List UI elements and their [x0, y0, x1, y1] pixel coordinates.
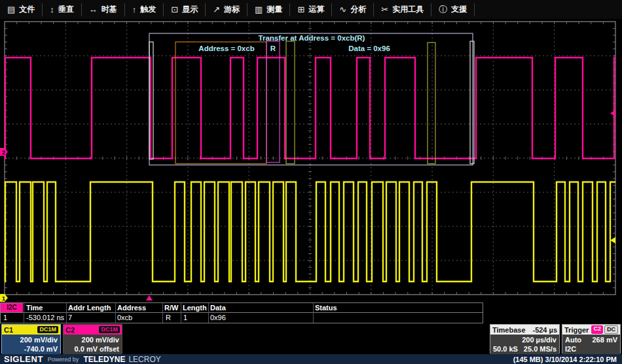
decode-table-row[interactable]: 1 -530.012 ns 7 0xcb R 1 0x96 [1, 313, 483, 323]
decode-rw-box [266, 41, 280, 162]
trigger-mode: Auto [565, 335, 581, 344]
row-time: -530.012 ns [26, 314, 64, 321]
menu-item-label: 实用工具 [392, 4, 424, 15]
c2-zero-marker-label: 2 [2, 149, 5, 156]
c1-zero-marker-label: 1 [2, 295, 5, 302]
decode-table: I2C Time Addr Length Address R/W Length … [0, 302, 483, 323]
brand-logo: SIGLENT [4, 354, 43, 364]
trigger-type: I2C [565, 344, 617, 354]
c1-coupling-badge: DC1M [37, 326, 58, 333]
row-rw: R [166, 314, 171, 321]
memory-datetime: (145 MB) 3/10/2014 2:22:10 PM [513, 355, 617, 363]
decode-ack-box [286, 41, 295, 164]
measure-icon: ▥ [255, 5, 263, 14]
decode-address-box [175, 42, 266, 164]
protocol-badge[interactable]: I2C [1, 303, 23, 312]
file-icon: ▤ [7, 5, 15, 14]
menu-item-label: 测量 [266, 4, 282, 15]
col-address: Address [117, 304, 146, 312]
c2-scale: 200 mV/div [66, 335, 119, 344]
menu-item-file[interactable]: ▤ 文件 [0, 1, 42, 19]
c2-coupling-badge: DC1M [99, 326, 120, 333]
info-icon: ⓘ [439, 4, 447, 16]
column-separator [115, 303, 116, 323]
data-label: Data = 0x96 [348, 45, 390, 52]
rw-label: R [270, 45, 276, 52]
row-addr-length: 7 [68, 314, 72, 321]
menu-item-display[interactable]: ⊡ 显示 [164, 1, 205, 19]
math-icon: ⊞ [297, 5, 304, 14]
waveform-svg: Transfer at Address = 0xcb(R)Address = 0… [0, 19, 622, 302]
powered-by-text: Powered by [48, 356, 79, 363]
trigger-source-badge: C2 [591, 325, 603, 334]
decode-transfer-box [149, 33, 473, 165]
transfer-label: Transfer at Address = 0xcb(R) [259, 34, 365, 42]
trigger-descriptor[interactable]: Trigger C2 DC Auto 268 mV I2C [562, 324, 621, 354]
horizontal-arrows-icon: ↔ [89, 5, 98, 14]
row-data: 0x96 [210, 314, 226, 321]
timebase-samples: 50.0 kS [493, 344, 518, 354]
vendor-logo: TELEDYNE [83, 355, 125, 364]
column-separator [24, 303, 24, 323]
column-separator [162, 303, 163, 323]
menu-item-math[interactable]: ⊞ 运算 [290, 1, 331, 19]
menu-item-timebase[interactable]: ↔ 时基 [82, 1, 124, 19]
c1-scl-trace [5, 182, 615, 282]
menu-item-label: 垂直 [58, 4, 74, 15]
menu-item-label: 触发 [140, 4, 156, 15]
menu-item-trigger[interactable]: ↑ 触发 [125, 1, 164, 19]
menu-item-cursors[interactable]: ↗ 游标 [206, 1, 247, 19]
analysis-icon: ∿ [339, 5, 346, 14]
timebase-delay: -524 µs [532, 326, 557, 334]
timebase-rate: 25.0 MS/s [524, 344, 557, 354]
c1-label: C1 [4, 326, 13, 334]
menu-item-label: 游标 [224, 4, 240, 15]
timebase-descriptor[interactable]: Timebase -524 µs 200 µs/div 50.0 kS 25.0… [490, 324, 560, 354]
channel-c1-descriptor[interactable]: C1 DC1M 200 mV/div -740.0 mV [1, 324, 61, 354]
row-length: 1 [183, 314, 187, 321]
cursor-arrow-icon: ↗ [213, 5, 220, 14]
menu-item-label: 时基 [101, 4, 117, 15]
display-icon: ⊡ [171, 5, 178, 14]
c1-scale: 200 mV/div [5, 335, 58, 344]
column-separator [208, 303, 209, 323]
column-separator [66, 303, 67, 323]
trigger-arrow-icon: ↑ [132, 5, 137, 14]
col-addr-length: Addr Length [68, 304, 111, 312]
decode-table-header-row: I2C Time Addr Length Address R/W Length … [1, 303, 483, 313]
column-separator [313, 303, 314, 323]
c2-offset: 0.0 mV offset [66, 344, 119, 354]
menu-item-label: 支援 [451, 4, 467, 15]
menu-item-utilities[interactable]: ✂ 实用工具 [374, 1, 431, 19]
col-data: Data [210, 304, 226, 312]
status-bar: SIGLENT Powered by TELEDYNE LECROY (145 … [0, 354, 622, 364]
timebase-scale: 200 µs/div [493, 335, 557, 344]
trigger-coupling-badge: DC [604, 325, 618, 334]
vertical-arrows-icon: ↕ [50, 5, 54, 14]
menu-item-analysis[interactable]: ∿ 分析 [332, 1, 373, 19]
address-label: Address = 0xcb [198, 45, 254, 52]
column-separator [181, 303, 181, 323]
row-address: 0xcb [117, 314, 132, 321]
menu-item-label: 显示 [182, 4, 198, 15]
menu-item-vertical[interactable]: ↕ 垂直 [43, 1, 81, 19]
channel-c2-descriptor[interactable]: C2 DC1M 200 mV/div 0.0 mV offset [63, 324, 122, 354]
c2-label: C2 [65, 326, 75, 334]
menu-item-label: 分析 [350, 4, 366, 15]
menu-item-label: 运算 [308, 4, 324, 15]
waveform-display[interactable]: Transfer at Address = 0xcb(R)Address = 0… [0, 19, 622, 302]
row-index: 1 [3, 314, 7, 321]
menu-bar: ▤ 文件 ↕ 垂直 ↔ 时基 ↑ 触发 ⊡ 显示 ↗ 游标 ▥ [0, 0, 622, 20]
menu-item-label: 文件 [19, 4, 35, 15]
tools-icon: ✂ [381, 5, 388, 14]
decode-ack-box [428, 43, 435, 164]
timebase-label: Timebase [492, 326, 526, 334]
menu-item-measure[interactable]: ▥ 测量 [247, 1, 289, 19]
c1-offset: -740.0 mV [5, 344, 58, 354]
trigger-label: Trigger [564, 326, 589, 334]
menu-item-support[interactable]: ⓘ 支援 [431, 1, 474, 19]
col-rw: R/W [164, 304, 178, 312]
trigger-position-marker[interactable] [146, 295, 153, 300]
col-status: Status [315, 304, 337, 312]
c2-trigger-level-marker[interactable] [610, 110, 615, 117]
